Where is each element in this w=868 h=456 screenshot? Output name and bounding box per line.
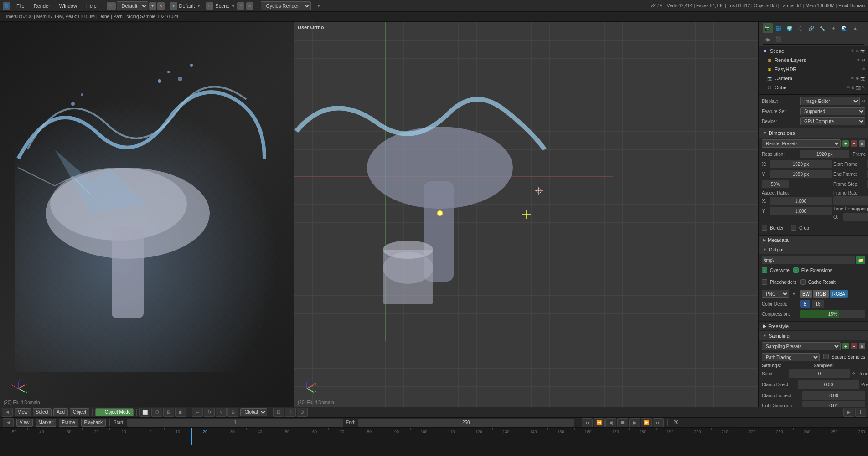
close-scene-icon[interactable]: ✕ [246,2,253,10]
physics-icon[interactable]: 🌊 [839,23,849,33]
game-engine-icon[interactable]: ▶ [843,408,854,417]
sampling-method-dropdown[interactable]: Path Tracing [762,353,820,361]
rename-scene-icon[interactable]: + [237,2,244,10]
global-dropdown-left[interactable]: Global [240,408,267,416]
res-percent-input[interactable] [762,180,789,188]
stop-btn[interactable]: ⏹ [617,418,628,427]
frame-btn[interactable]: Frame [59,419,78,427]
jump-start-btn[interactable]: ⏮ [582,418,593,427]
display-dropdown[interactable]: Image Editor [800,97,860,105]
output-header[interactable]: ▼ Output [759,245,868,254]
render-presets-dropdown[interactable]: Render Presets [762,139,841,148]
res-x-input[interactable] [770,160,832,168]
placeholders-checkbox[interactable] [762,279,767,285]
add-preset-btn[interactable]: + [842,140,849,147]
seed-input[interactable] [789,369,850,378]
add-menu-left[interactable]: Add [53,408,68,416]
scene-settings-icon[interactable]: 🌐 [774,23,784,33]
wire-mode-icon[interactable]: ⬡ [151,408,162,417]
data-icon[interactable]: ▲ [850,23,860,33]
outliner-camera[interactable]: 📷 Camera 👁 ⊕ 📷 [759,74,868,83]
info-icon[interactable]: ℹ [855,408,866,417]
outliner-easyhdr[interactable]: ◉ EasyHDR 👁 [759,65,868,74]
texture-mode-icon[interactable]: ⊞ [163,408,174,417]
extra-icon-2[interactable]: ⊡ [862,58,865,62]
bw-btn[interactable]: BW [800,290,812,298]
device-dropdown[interactable]: GPU Compute [800,117,865,125]
grab-icon[interactable]: ↔ [192,408,203,417]
square-samples-checkbox[interactable] [823,354,829,359]
material-icon[interactable]: ◉ [763,34,773,44]
sampling-header[interactable]: ▼ Sampling [759,331,868,340]
texture-icon[interactable]: ⬛ [774,34,784,44]
render-vis-icon[interactable]: 📷 [860,49,865,53]
object-menu-left[interactable]: Object [70,408,89,416]
view-menu-left[interactable]: View [15,408,31,416]
rgb-btn[interactable]: RGB [813,290,829,298]
right-3d-viewport[interactable]: X Y Z User Ortho (20) Fluid Domain [294,22,759,407]
cache-result-checkbox[interactable] [800,279,806,285]
end-frame-tl[interactable] [358,419,574,427]
render-engine-selector[interactable]: Cycles Render [261,1,311,10]
depth-8-btn[interactable]: 8 [800,300,810,308]
snap-icon[interactable]: ⊡ [273,408,284,417]
solid-mode-icon[interactable]: ⬜ [140,408,150,417]
output-path-input[interactable] [762,256,855,264]
clamp-direct-input[interactable] [798,380,859,389]
remove-preset-btn[interactable]: − [851,140,857,147]
rendered-mode-icon[interactable]: ◐ [175,408,186,417]
freestyle-header[interactable]: ▶ Freestyle [759,322,868,331]
eye-icon-3[interactable]: 👁 [861,67,865,72]
menu-window[interactable]: Window [57,2,80,10]
res-y-input[interactable] [770,170,832,178]
metadata-header[interactable]: ▶ Metadata [759,236,868,245]
browse-path-btn[interactable]: 📁 [856,256,865,264]
file-ext-checkbox[interactable] [793,267,799,273]
aspect-y-input[interactable] [770,207,832,215]
render-icon-4[interactable]: 📷 [860,76,865,81]
feature-set-dropdown[interactable]: Supported [800,107,865,115]
camera-render-icon[interactable]: 📷 [763,23,773,33]
dimensions-header[interactable]: ▼ Dimensions [759,128,868,138]
world-icon[interactable]: 🌍 [785,23,795,33]
light-sampling-input[interactable] [802,401,865,407]
play-back-btn[interactable]: ◀ [605,418,616,427]
rgba-btn[interactable]: RGBA [830,290,848,298]
left-viewport[interactable]: X Y Z (20) Fluid Domain [0,22,294,407]
remove-screen-icon[interactable]: ✕ [157,2,165,10]
eye-icon-4[interactable]: 👁 [851,76,855,81]
pivot-icon[interactable]: ⊙ [297,408,308,417]
timeline-panel-toggle[interactable]: ◀ [3,418,14,427]
step-forward-btn[interactable]: ⏩ [641,418,652,427]
collapse-presets-btn[interactable]: ≡ [859,140,865,147]
eye-icon-5[interactable]: 👁 [846,85,850,90]
eye-icon[interactable]: 👁 [851,49,855,53]
sel-icon-5[interactable]: ⊕ [851,85,855,90]
timeline-ruler[interactable]: -50 -40 -30 -20 -10 0 10 20 30 40 50 60 … [0,428,868,445]
add-screen-icon[interactable]: + [149,2,156,10]
aspect-x-input[interactable] [770,197,832,205]
outliner-renderlayers[interactable]: ▦ RenderLayers 👁 ⊡ [759,56,868,65]
seed-randomize-icon[interactable]: ⟳ [852,371,856,376]
resolution-x-input[interactable] [800,150,849,158]
menu-file[interactable]: File [14,2,27,10]
workspace-selector[interactable]: Default [117,1,148,10]
menu-help[interactable]: Help [83,2,99,10]
play-forward-btn[interactable]: ▶ [629,418,640,427]
select-menu-left[interactable]: Select [33,408,52,416]
outliner-cube[interactable]: ⬡ Cube 👁 ⊕ 📷 ✎ [759,83,868,92]
rotate-icon[interactable]: ↻ [204,408,215,417]
sampling-presets-dropdown[interactable]: Sampling Presets [762,342,841,350]
display-expand-icon[interactable]: ⊡ [862,99,865,103]
scale-icon[interactable]: ⤡ [216,408,227,417]
crop-checkbox[interactable] [791,225,796,231]
eye-icon-2[interactable]: 👁 [857,58,861,62]
left-panel-toggle[interactable]: ◀ [2,408,13,417]
proportional-icon[interactable]: ◎ [285,408,296,417]
compression-input[interactable] [800,310,865,318]
jump-end-btn[interactable]: ⏭ [653,418,664,427]
transform-icon[interactable]: ⊕ [227,408,238,417]
render-icon-5[interactable]: 📷 [856,85,861,90]
marker-btn[interactable]: Marker [36,419,56,427]
format-dropdown[interactable]: PNG [762,290,789,298]
